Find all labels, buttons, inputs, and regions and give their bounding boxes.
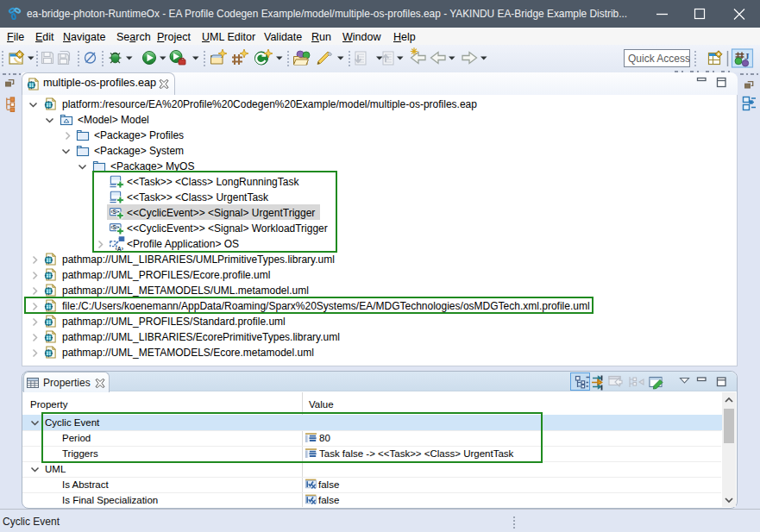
- svg-text:Quick Access: Quick Access: [628, 53, 690, 65]
- svg-text:J: J: [744, 51, 750, 61]
